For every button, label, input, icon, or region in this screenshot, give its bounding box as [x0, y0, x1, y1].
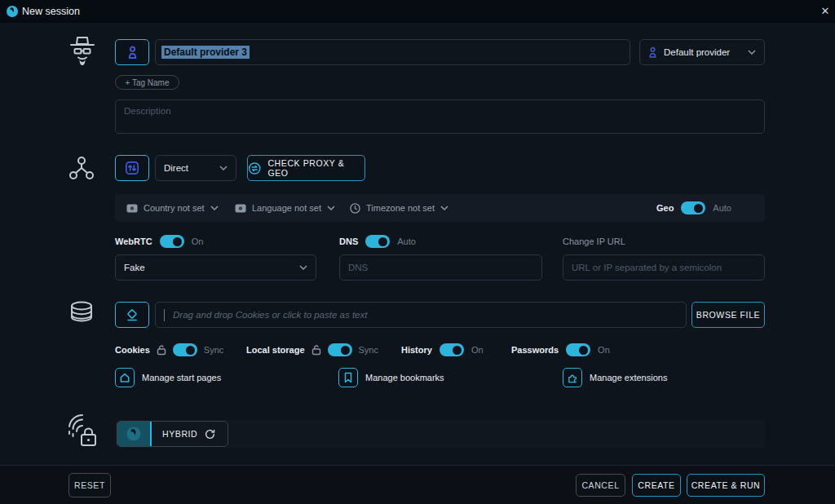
- profile-icon-button[interactable]: [115, 39, 149, 65]
- change-ip-url-label: Change IP URL: [563, 237, 625, 246]
- clear-cookies-button[interactable]: [115, 302, 149, 328]
- geo-toggle-group: Geo Auto: [656, 194, 731, 222]
- puzzle-icon: [563, 368, 582, 387]
- new-session-dialog: New session ✕ Defaul: [0, 0, 835, 504]
- cookies-toggle[interactable]: [173, 343, 197, 356]
- cancel-label: CANCEL: [581, 480, 619, 490]
- chevron-down-icon: [299, 265, 307, 270]
- create-label: CREATE: [638, 480, 674, 490]
- add-tag-button[interactable]: + Tag Name: [115, 75, 179, 90]
- unlock-icon[interactable]: [311, 344, 321, 356]
- clock-icon: [350, 203, 360, 214]
- create-button[interactable]: CREATE: [632, 474, 681, 497]
- chevron-down-icon: [327, 206, 335, 210]
- webrtc-toggle-group: WebRTC On: [115, 234, 203, 249]
- proxy-network-icon: [68, 155, 95, 181]
- language-label: Language not set: [252, 203, 321, 213]
- refresh-icon[interactable]: [204, 428, 216, 440]
- bookmark-icon: [338, 368, 358, 387]
- cancel-button[interactable]: CANCEL: [576, 474, 625, 497]
- profile-heisenberg-icon: [67, 34, 98, 72]
- manage-extensions-label: Manage extensions: [590, 373, 667, 382]
- dns-toggle[interactable]: [365, 235, 390, 248]
- manage-bookmarks-button[interactable]: Manage bookmarks: [338, 368, 444, 387]
- footer-bar: RESET CANCEL CREATE CREATE & RUN: [0, 465, 835, 504]
- add-tag-label: + Tag Name: [125, 78, 169, 87]
- description-textarea[interactable]: [116, 100, 764, 133]
- manage-bookmarks-label: Manage bookmarks: [365, 373, 444, 382]
- proxy-type-dropdown[interactable]: Direct: [155, 155, 236, 181]
- webrtc-toggle[interactable]: [160, 235, 184, 248]
- chevron-down-icon: [440, 206, 448, 210]
- dns-toggle-group: DNS Auto: [339, 234, 416, 249]
- dns-input-field[interactable]: [340, 255, 541, 280]
- webrtc-state: On: [192, 237, 204, 246]
- webrtc-mode-dropdown[interactable]: Fake: [115, 254, 316, 281]
- check-proxy-icon: [248, 161, 261, 175]
- timezone-dropdown[interactable]: Timezone not set: [350, 194, 448, 222]
- session-name-value: Default provider 3: [161, 46, 250, 59]
- eraser-icon: [124, 307, 140, 322]
- local-storage-state: Sync: [359, 345, 378, 355]
- manage-start-pages-label: Manage start pages: [142, 373, 221, 382]
- chevron-down-icon: [748, 50, 756, 55]
- passwords-toggle-group: Passwords On: [511, 343, 610, 357]
- home-icon: [115, 368, 135, 387]
- provider-dropdown-label: Default provider: [664, 47, 741, 57]
- manage-extensions-button[interactable]: Manage extensions: [563, 368, 667, 387]
- timezone-label: Timezone not set: [366, 203, 435, 213]
- webrtc-label: WebRTC: [115, 237, 152, 246]
- local-storage-toggle[interactable]: [328, 343, 352, 356]
- app-logo-icon: [7, 6, 18, 17]
- chevron-down-icon: [210, 206, 219, 210]
- description-field[interactable]: [115, 99, 765, 134]
- local-storage-toggle-group: Local storage Sync: [246, 343, 378, 357]
- geo-label: Geo: [656, 203, 674, 213]
- reset-button[interactable]: RESET: [68, 473, 111, 497]
- country-label: Country not set: [144, 203, 205, 213]
- dns-input[interactable]: [339, 254, 542, 281]
- history-toggle-group: History On: [401, 343, 484, 357]
- cookies-toggle-group: Cookies Sync: [115, 343, 223, 357]
- history-toggle[interactable]: [440, 343, 464, 356]
- check-proxy-geo-button[interactable]: CHECK PROXY & GEO: [247, 155, 365, 181]
- browse-file-label: BROWSE FILE: [696, 310, 760, 320]
- cookies-drop-zone[interactable]: [155, 302, 687, 328]
- browse-file-button[interactable]: BROWSE FILE: [691, 302, 765, 328]
- geo-settings-bar: Country not set Language not set Timezon…: [115, 194, 765, 222]
- passwords-label: Passwords: [511, 345, 559, 355]
- lock-icon[interactable]: [157, 344, 166, 356]
- create-and-run-label: CREATE & RUN: [691, 480, 761, 490]
- swap-arrows-icon: [124, 160, 140, 176]
- history-state: On: [471, 345, 484, 355]
- create-and-run-button[interactable]: CREATE & RUN: [687, 474, 765, 497]
- proxy-type-label: Direct: [164, 163, 213, 173]
- chevron-down-icon: [219, 166, 228, 170]
- cookies-state: Sync: [204, 345, 223, 355]
- passwords-state: On: [598, 345, 610, 355]
- reset-label: RESET: [74, 480, 105, 490]
- check-proxy-label: CHECK PROXY & GEO: [267, 158, 364, 178]
- fingerprint-lock-icon: [65, 412, 99, 449]
- country-dropdown[interactable]: Country not set: [126, 194, 219, 222]
- app-logo-icon: [117, 422, 151, 446]
- language-dropdown[interactable]: Language not set: [235, 194, 335, 222]
- title-bar: New session ✕: [0, 0, 835, 23]
- proxy-type-icon-button[interactable]: [115, 155, 149, 181]
- geo-toggle[interactable]: [681, 201, 705, 214]
- flag-icon: [235, 204, 246, 213]
- dialog-title: New session: [22, 6, 80, 17]
- change-ip-url-input[interactable]: [563, 254, 765, 281]
- cookies-paste-field[interactable]: [165, 303, 686, 327]
- fingerprint-mode-button[interactable]: HYBRID: [117, 421, 228, 447]
- session-name-input[interactable]: Default provider 3: [155, 39, 630, 65]
- manage-start-pages-button[interactable]: Manage start pages: [115, 368, 221, 387]
- provider-dropdown[interactable]: Default provider: [639, 39, 765, 65]
- person-icon: [127, 46, 138, 60]
- fingerprint-mode-label: HYBRID: [162, 429, 197, 439]
- change-ip-url-field[interactable]: [563, 255, 764, 280]
- close-icon[interactable]: ✕: [817, 4, 833, 19]
- flag-icon: [126, 204, 138, 213]
- dns-state: Auto: [397, 237, 416, 246]
- passwords-toggle[interactable]: [566, 343, 590, 356]
